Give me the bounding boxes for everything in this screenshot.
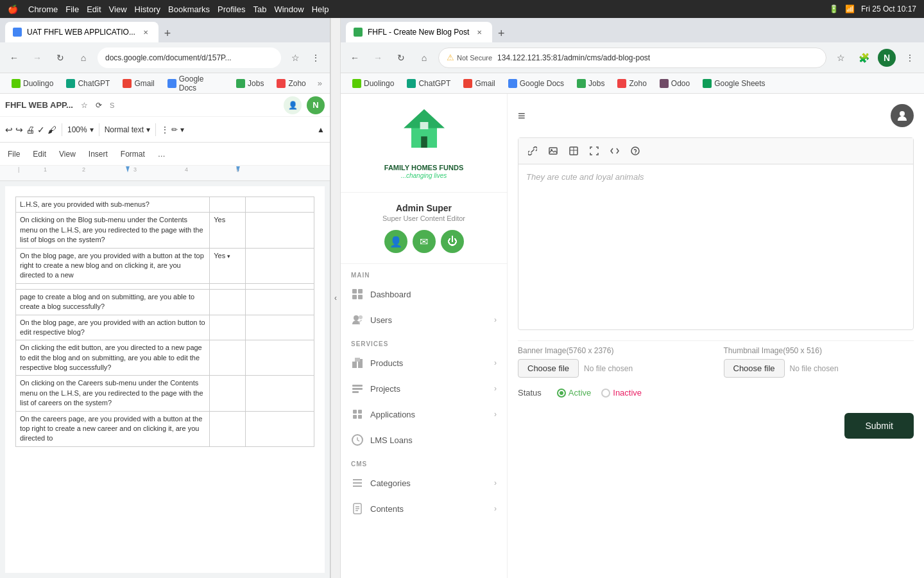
thumbnail-choose-file-btn[interactable]: Choose file (724, 359, 785, 378)
forward-button-right[interactable]: → (369, 49, 387, 67)
collapse-handle[interactable]: ‹ (330, 18, 341, 578)
right-tab-close[interactable]: ✕ (474, 27, 484, 37)
left-tab-close[interactable]: ✕ (141, 27, 151, 37)
sidebar-item-lms-loans[interactable]: LMS Loans (341, 427, 507, 453)
reload-button-left[interactable]: ↻ (51, 49, 69, 67)
home-button-left[interactable]: ⌂ (74, 49, 92, 67)
bm-jobs-r[interactable]: Jobs (573, 78, 608, 89)
forward-button-left[interactable]: → (28, 49, 46, 67)
editor-table-btn[interactable] (565, 142, 583, 160)
sidebar-item-applications[interactable]: Applications › (341, 401, 507, 427)
edit-pen-icon[interactable]: ✏ (171, 125, 178, 134)
menu-view-doc[interactable]: View (56, 148, 78, 160)
spellcheck-icon[interactable]: ✓ (37, 125, 45, 135)
menu-view[interactable]: View (109, 4, 127, 14)
sidebar-item-dashboard[interactable]: Dashboard (341, 281, 507, 307)
menu-tab[interactable]: Tab (253, 4, 266, 14)
profile-action-btn[interactable]: 👤 (384, 230, 407, 253)
undo-icon[interactable]: ↩ (5, 125, 13, 135)
bookmark-chatgpt[interactable]: ChatGPT (62, 78, 114, 89)
extensions-icon[interactable]: 🧩 (855, 49, 873, 67)
menu-help[interactable]: Help (312, 4, 329, 14)
editor-help-btn[interactable] (626, 142, 644, 160)
editor-image-btn[interactable] (544, 142, 562, 160)
email-action-btn[interactable]: ✉ (413, 230, 436, 253)
menu-insert-doc[interactable]: Insert (86, 148, 110, 160)
text-style-select[interactable]: Normal text (105, 125, 144, 134)
sidebar-item-projects[interactable]: Projects › (341, 376, 507, 401)
zoom-dropdown[interactable]: ▾ (90, 125, 94, 134)
bm-gmail-r[interactable]: Gmail (459, 78, 499, 89)
new-tab-button-right[interactable]: + (492, 24, 510, 42)
bookmark-gmail[interactable]: Gmail (119, 78, 158, 89)
status-inactive-radio[interactable]: Inactive (601, 388, 642, 398)
more-bookmarks[interactable]: » (318, 78, 322, 88)
editor-link-btn[interactable] (524, 142, 542, 160)
bm-duolingo-r[interactable]: Duolingo (348, 78, 398, 89)
view-mode-arrow[interactable]: ▾ (180, 125, 184, 134)
bm-gsheets-r[interactable]: Google Sheets (699, 78, 769, 89)
new-tab-button-left[interactable]: + (158, 24, 176, 42)
menu-window[interactable]: Window (274, 4, 304, 14)
sidebar-item-users[interactable]: Users › (341, 307, 507, 333)
sidebar-item-categories[interactable]: Categories › (341, 470, 507, 496)
bm-chatgpt-r[interactable]: ChatGPT (403, 78, 454, 89)
bookmark-googledocs[interactable]: Google Docs (164, 73, 227, 94)
bookmark-duolingo[interactable]: Duolingo (8, 78, 57, 89)
url-bar-right[interactable]: ⚠ Not Secure 134.122.121.35:81/admin/cms… (438, 48, 826, 68)
bookmark-star-left[interactable]: ☆ (286, 49, 304, 67)
back-button-left[interactable]: ← (5, 49, 23, 67)
divider2 (99, 123, 99, 136)
menu-file-doc[interactable]: File (5, 148, 22, 160)
text-style-arrow[interactable]: ▾ (146, 125, 150, 134)
menu-more-doc[interactable]: … (155, 148, 168, 160)
user-avatar-left[interactable]: N (307, 96, 325, 114)
bm-zoho-r[interactable]: Zoho (613, 78, 650, 89)
editor-fullscreen-btn[interactable] (585, 142, 603, 160)
menu-edit[interactable]: Edit (87, 4, 101, 14)
menu-history[interactable]: History (135, 4, 160, 14)
submit-button[interactable]: Submit (844, 413, 914, 439)
bm-googledocs-r[interactable]: Google Docs (504, 78, 568, 89)
left-tab[interactable]: UAT FHFL WEB APPLICATIO... ✕ (5, 22, 158, 42)
collapse-toolbar[interactable]: ▲ (317, 125, 325, 134)
menu-bookmarks[interactable]: Bookmarks (168, 4, 210, 14)
editor-content-area[interactable]: They are cute and loyal animals (518, 164, 913, 319)
more-options-icon[interactable]: ⋮ (161, 125, 169, 134)
more-menu-left[interactable]: ⋮ (307, 49, 325, 67)
status-active-radio[interactable]: Active (557, 388, 591, 398)
print-icon[interactable]: 🖨 (26, 125, 35, 135)
status-label: Status (518, 388, 542, 398)
redo-icon[interactable]: ↪ (15, 125, 23, 135)
back-button-right[interactable]: ← (346, 49, 364, 67)
menu-edit-doc[interactable]: Edit (30, 148, 49, 160)
bookmark-star-right[interactable]: ☆ (832, 49, 850, 67)
menu-chrome[interactable]: Chrome (28, 4, 58, 14)
menu-profiles[interactable]: Profiles (218, 4, 245, 14)
topbar-user-icon[interactable] (891, 104, 914, 127)
zoom-level[interactable]: 100% (67, 125, 87, 134)
paint-icon[interactable]: 🖌 (47, 125, 56, 135)
bookmark-zoho[interactable]: Zoho (273, 78, 309, 89)
add-people-icon[interactable]: 👤 (284, 96, 302, 114)
right-tab-active[interactable]: FHFL - Create New Blog Post ✕ (346, 22, 492, 42)
duolingo-icon-r (352, 79, 361, 88)
url-bar-left[interactable]: docs.google.com/document/d/157P... (98, 48, 281, 68)
doc-star-icon[interactable]: ☆ (81, 101, 88, 110)
doc-history-icon[interactable]: ⟳ (96, 101, 102, 110)
banner-choose-file-btn[interactable]: Choose file (518, 359, 579, 378)
hamburger-icon[interactable]: ≡ (518, 109, 526, 123)
reload-button-right[interactable]: ↻ (392, 49, 410, 67)
sidebar-item-contents[interactable]: Contents › (341, 496, 507, 521)
menu-file[interactable]: File (65, 4, 79, 14)
user-avatar-right[interactable]: N (878, 49, 896, 67)
menu-format-doc[interactable]: Format (118, 148, 148, 160)
sidebar-item-products[interactable]: Products › (341, 350, 507, 376)
more-menu-right[interactable]: ⋮ (901, 49, 919, 67)
bookmark-jobs[interactable]: Jobs (232, 78, 268, 89)
status-section: Status Active Inactive (518, 388, 914, 398)
bm-odoo-r[interactable]: Odoo (656, 78, 694, 89)
logout-action-btn[interactable]: ⏻ (441, 230, 464, 253)
editor-code-btn[interactable] (606, 142, 624, 160)
home-button-right[interactable]: ⌂ (415, 49, 433, 67)
